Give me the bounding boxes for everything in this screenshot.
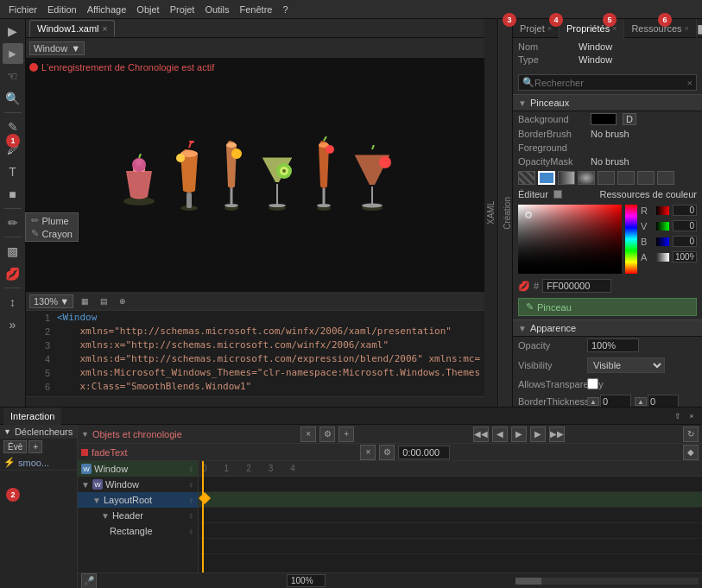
bt-input-2[interactable] (648, 395, 679, 407)
plume-tool-btn[interactable]: ✏ (3, 212, 23, 233)
pinceau-button[interactable]: ✎ Pinceau (518, 298, 697, 316)
menu-help[interactable]: ? (277, 4, 293, 15)
menu-objet[interactable]: Objet (131, 4, 164, 15)
xml-editor[interactable]: 1 <Window 2 xmlns="http://schemas.micros… (26, 310, 484, 396)
radial-gradient-btn[interactable] (578, 171, 595, 185)
timeline-tracks[interactable]: 0 1 2 3 4 (199, 461, 702, 572)
timeline-zoom-input[interactable] (287, 574, 326, 587)
eyedropper-icon[interactable]: 💋 (518, 281, 530, 292)
grid-btn[interactable]: ▦ (77, 294, 92, 309)
solid-color-btn[interactable] (538, 171, 555, 185)
creation-strip[interactable]: Création (498, 19, 512, 407)
text-tool-btn[interactable]: T (3, 161, 23, 182)
editeur-swatch[interactable] (553, 190, 562, 199)
extra-btn-2[interactable] (657, 171, 674, 185)
grid-small-btn[interactable]: ▤ (96, 294, 111, 309)
menu-outils[interactable]: Outils (199, 4, 234, 15)
b-input[interactable] (673, 236, 697, 247)
gradient-tool-btn[interactable]: ▩ (3, 241, 23, 262)
hex-input[interactable] (542, 279, 611, 293)
hue-bar[interactable] (625, 205, 637, 274)
color-gradient-picker[interactable] (518, 205, 622, 274)
timeline-cursor[interactable] (202, 461, 204, 572)
eye-icon-3[interactable]: ♀ (188, 496, 195, 505)
canvas-bg[interactable] (26, 59, 484, 291)
tab-window1[interactable]: Window1.xaml × (29, 20, 115, 37)
menu-fichier[interactable]: Fichier (3, 4, 42, 15)
search-bar[interactable]: 🔍 × (518, 74, 697, 91)
tree-row-rectangle[interactable]: Rectangle ♀ (78, 523, 198, 539)
color-picker[interactable]: R V B A (518, 205, 697, 274)
search-clear-icon[interactable]: × (687, 78, 693, 88)
r-input[interactable] (673, 205, 697, 216)
timeline-close-btn[interactable]: × (300, 427, 316, 442)
select-tool-btn[interactable]: ▶ (3, 21, 23, 41)
pointer-tool-btn[interactable]: ► (3, 43, 23, 64)
linear-gradient-btn[interactable] (558, 171, 575, 185)
snap-btn[interactable]: ⊕ (115, 294, 130, 309)
bt-input-1[interactable] (600, 395, 631, 407)
zoom-value[interactable]: 130% ▼ (29, 294, 73, 308)
xaml-strip[interactable]: XAML (484, 19, 498, 407)
fadetext-settings-btn[interactable]: ⚙ (379, 445, 395, 460)
fadetext-close-btn[interactable]: × (360, 445, 376, 460)
tree-row-layoutroot[interactable]: ▼ LayoutRoot ♀ (78, 492, 198, 508)
expand-btn[interactable]: » (3, 314, 23, 335)
extra-btn-1[interactable] (637, 171, 655, 185)
panel-icon-btn-1[interactable]: ▮▮ (697, 20, 702, 37)
eye-icon-2[interactable]: ♀ (188, 480, 195, 490)
spin-up-2[interactable]: ▲ (635, 397, 647, 406)
background-swatch[interactable] (591, 113, 617, 125)
timeline-add-btn[interactable]: + (338, 427, 354, 442)
apparence-header[interactable]: ▼ Apparence (513, 319, 702, 337)
menu-fenetre[interactable]: Fenêtre (235, 4, 278, 15)
opacity-input[interactable] (587, 338, 639, 352)
smooth-item[interactable]: ⚡ smoo... (0, 455, 77, 470)
bottom-tab-interaction[interactable]: Interaction (3, 408, 61, 425)
add-trigger-btn[interactable]: + (28, 440, 42, 453)
eye-icon-1[interactable]: ♀ (188, 465, 195, 474)
no-brush-btn[interactable] (518, 171, 535, 185)
goto-start-btn[interactable]: ◀◀ (473, 427, 489, 442)
timeline-settings-btn[interactable]: ⚙ (319, 427, 335, 442)
next-frame-btn[interactable]: ▶ (530, 427, 546, 442)
goto-end-btn[interactable]: ▶▶ (549, 427, 565, 442)
menu-edition[interactable]: Edition (42, 4, 82, 15)
move-tool-btn[interactable]: ↕ (3, 292, 23, 313)
spin-up-1[interactable]: ▲ (587, 397, 599, 406)
image-brush-btn[interactable] (598, 171, 615, 185)
time-input[interactable] (398, 446, 450, 459)
zoom-tool-btn[interactable]: 🔍 (3, 88, 23, 109)
g-slider[interactable] (656, 222, 669, 231)
eve-btn[interactable]: Évè (3, 440, 27, 453)
xml-scrollbar[interactable] (26, 396, 484, 407)
hand-tool-btn[interactable]: ☜ (3, 66, 23, 86)
bottom-panel-close-btn[interactable]: × (685, 409, 699, 423)
eye-icon-5[interactable]: ♀ (188, 527, 195, 536)
menu-projet[interactable]: Projet (165, 4, 200, 15)
background-d-btn[interactable]: D (623, 113, 636, 125)
pinceaux-header[interactable]: ▼ Pinceaux (513, 94, 702, 111)
tree-row-window-outer[interactable]: W Window ♀ (78, 461, 198, 477)
bottom-panel-collapse-btn[interactable]: ⇧ (671, 409, 685, 423)
tree-row-header[interactable]: ▼ Header ♀ (78, 508, 198, 523)
r-slider[interactable] (656, 206, 669, 215)
a-input[interactable] (673, 251, 697, 262)
visibility-select[interactable]: Visible (587, 357, 665, 373)
b-slider[interactable] (656, 237, 669, 246)
search-input[interactable] (534, 78, 687, 88)
play-btn[interactable]: ▶ (511, 427, 527, 442)
loop-btn[interactable]: ↻ (683, 427, 699, 442)
g-input[interactable] (673, 220, 697, 231)
shape-tool-btn[interactable]: ■ (3, 184, 23, 205)
menu-affichage[interactable]: Affichage (82, 4, 132, 15)
add-keyframe-btn[interactable]: ◆ (683, 445, 699, 460)
a-slider[interactable] (656, 253, 669, 262)
window-dropdown-btn[interactable]: Window ▼ (29, 41, 85, 55)
rpanel-tab-ressources-close[interactable]: × (685, 24, 689, 33)
allowstransparency-checkbox[interactable] (587, 378, 598, 389)
tile-brush-btn[interactable] (617, 171, 635, 185)
tree-row-window[interactable]: ▼ W Window ♀ (78, 477, 198, 492)
eyedropper-tool-btn[interactable]: 💋 (3, 263, 23, 284)
mic-btn[interactable]: 🎤 (81, 573, 97, 589)
